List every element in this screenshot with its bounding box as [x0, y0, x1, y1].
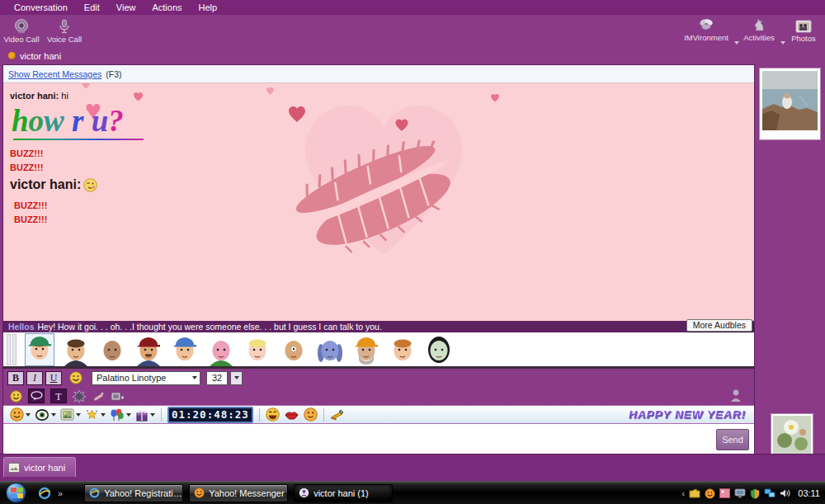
- text-style-icon[interactable]: T: [50, 389, 67, 403]
- start-button[interactable]: [6, 483, 26, 503]
- font-size-select[interactable]: 32: [206, 371, 228, 385]
- italic-button[interactable]: I: [26, 371, 43, 385]
- yahoo-smiley-icon: [194, 488, 205, 498]
- avatar-bald-man[interactable]: [97, 333, 127, 366]
- status-idle-icon: [8, 52, 16, 59]
- bold-button[interactable]: B: [7, 371, 24, 385]
- laugh-emoticon[interactable]: [266, 407, 280, 422]
- font-size-dropdown-button[interactable]: [230, 371, 243, 385]
- voice-call-button[interactable]: Voice Call: [43, 16, 86, 46]
- conversation-tab-bar: victor hani: [0, 454, 825, 481]
- yahoo-tray-icon[interactable]: [705, 488, 715, 499]
- underline-button[interactable]: U: [45, 371, 62, 385]
- activities-button[interactable]: Activities: [739, 14, 779, 45]
- ie-icon[interactable]: [38, 487, 51, 500]
- tools-icon[interactable]: [330, 408, 345, 422]
- chevron-down-icon: [192, 376, 197, 379]
- menu-edit[interactable]: Edit: [77, 2, 107, 13]
- chevron-down-icon: [101, 413, 106, 417]
- buzz-icon[interactable]: [73, 389, 86, 403]
- contact-display-image: [760, 68, 820, 139]
- avatar-orange-hat-beard-man[interactable]: [351, 333, 381, 366]
- ie-icon: [89, 488, 100, 498]
- im-feature-bar: T: [3, 387, 754, 405]
- folder-icon[interactable]: [689, 488, 700, 498]
- photo-share-icon[interactable]: [60, 408, 81, 421]
- taskbar-button-yahoo-registration[interactable]: Yahoo! Registration ...: [84, 484, 183, 502]
- my-display-image: [771, 414, 813, 457]
- chat-messages: victor hani: hi how r u? BUZZ!!! BUZZ!!!…: [3, 83, 754, 225]
- avatar-orange-hair-woman[interactable]: [388, 333, 417, 366]
- ink-pen-icon[interactable]: [92, 390, 105, 403]
- format-bar: B I U Palatino Linotype 32: [3, 369, 754, 387]
- contact-name: victor hani: [20, 51, 61, 61]
- conversation-tab[interactable]: victor hani: [3, 457, 76, 477]
- security-shield-icon[interactable]: [750, 488, 760, 499]
- emoticon-icon[interactable]: [10, 390, 22, 403]
- audible-bubble-icon[interactable]: [28, 389, 45, 403]
- balloons-icon[interactable]: [110, 408, 131, 422]
- font-color-smiley-icon[interactable]: [69, 371, 82, 384]
- chevron-down-icon: [150, 413, 155, 417]
- chat-message: victor hani:: [10, 177, 754, 192]
- more-audibles-button[interactable]: More Audbles: [686, 319, 752, 332]
- lips-kiss-icon[interactable]: [284, 409, 299, 421]
- audible-bar: Hellos Hey! How it goi. . . oh. . .I tho…: [3, 321, 754, 332]
- recent-messages-shortcut: (F3): [106, 69, 121, 79]
- taskbar-button-yahoo-messenger[interactable]: Yahoo! Messenger: [189, 484, 288, 502]
- volume-icon[interactable]: [780, 488, 790, 498]
- chevron-down-icon: [234, 376, 239, 379]
- avatar-cyclops-man[interactable]: [279, 333, 309, 366]
- avatar-man-suit[interactable]: [61, 333, 91, 366]
- avatar-blonde-blue-cap[interactable]: [170, 333, 200, 366]
- show-recent-messages-link[interactable]: Show Recent Messages: [8, 69, 101, 79]
- audible-avatar-strip: [3, 332, 754, 369]
- quick-launch-overflow-chevron[interactable]: »: [58, 488, 63, 498]
- message-input[interactable]: [5, 426, 714, 453]
- toolbar: Video Call Voice Call IMVironment: [0, 15, 825, 47]
- avatar-girl-green-cap[interactable]: [25, 333, 54, 366]
- avatar-blue-dog[interactable]: [315, 333, 345, 366]
- chat-history[interactable]: victor hani: hi how r u? BUZZ!!! BUZZ!!!…: [3, 83, 754, 321]
- system-tray: ‹ 03:11: [682, 482, 820, 504]
- messenger-contact-icon: [299, 488, 309, 498]
- happy-new-year-banner: HAPPY NEW YEAR!: [629, 408, 746, 421]
- video-call-button[interactable]: Video Call: [0, 16, 43, 46]
- buzz-message: BUZZ!!!: [10, 148, 754, 159]
- wink-eye-icon[interactable]: [35, 408, 56, 422]
- avatar-scroll-left-2[interactable]: [12, 334, 16, 365]
- photo-tray-icon[interactable]: [719, 488, 730, 498]
- avatar-scroll-left[interactable]: [7, 334, 11, 365]
- emoticon-picker-icon[interactable]: [10, 407, 31, 422]
- buzz-message: BUZZ!!!: [10, 163, 754, 173]
- send-button[interactable]: Send: [716, 429, 749, 450]
- menu-conversation[interactable]: Conversation: [7, 2, 75, 13]
- avatar-goth-woman[interactable]: [424, 333, 454, 366]
- font-family-select[interactable]: Palatino Linotype: [92, 371, 200, 385]
- chevron-down-icon: [126, 413, 131, 417]
- plugin-icon[interactable]: [111, 390, 125, 403]
- network-icon[interactable]: [764, 488, 776, 498]
- imvironment-button[interactable]: IMVironment: [680, 14, 733, 45]
- kiss-wink-emoticon: [83, 178, 97, 192]
- menu-actions[interactable]: Actions: [144, 2, 189, 13]
- conversation-panel: Show Recent Messages (F3): [2, 64, 755, 454]
- avatar-pink-round-man[interactable]: [206, 333, 236, 366]
- smiley-emoticon[interactable]: [304, 407, 318, 422]
- menu-help[interactable]: Help: [191, 2, 225, 13]
- audible-name: Hellos: [8, 322, 35, 332]
- menu-view[interactable]: View: [109, 2, 144, 13]
- taskbar-button-victor-hani[interactable]: victor hani (1): [294, 484, 393, 502]
- display-tray-icon[interactable]: [734, 488, 746, 498]
- avatar-baby-blonde[interactable]: [243, 333, 272, 366]
- party-icon[interactable]: [85, 408, 106, 422]
- gift-icon[interactable]: [135, 408, 155, 422]
- contact-bar: victor hani: [0, 47, 825, 64]
- taskbar-clock[interactable]: 03:11: [798, 488, 820, 498]
- buzz-message: BUZZ!!!: [14, 200, 754, 211]
- tray-overflow-chevron[interactable]: ‹: [682, 488, 686, 498]
- avatar-man-red-hat[interactable]: [134, 333, 163, 366]
- contact-photo-icon[interactable]: [729, 389, 742, 403]
- photos-button[interactable]: Photos: [785, 16, 822, 46]
- photos-icon: [795, 20, 812, 33]
